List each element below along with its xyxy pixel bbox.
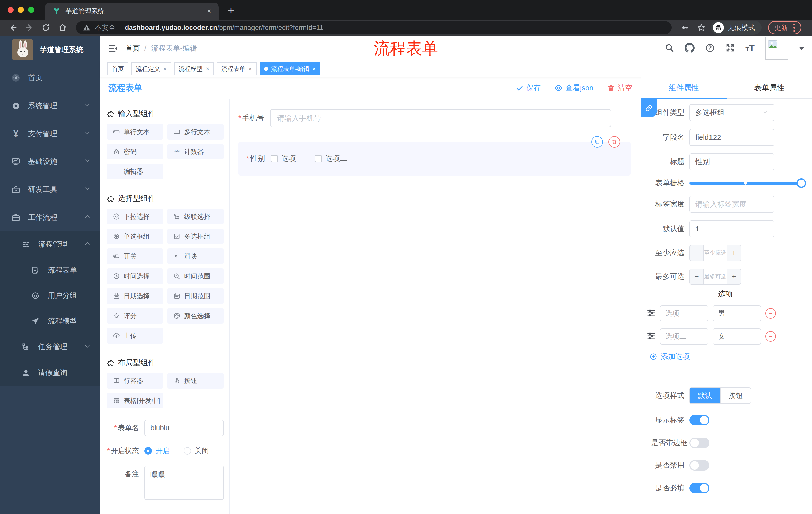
help-icon[interactable] bbox=[705, 43, 715, 54]
gender-option-2[interactable]: 选项二 bbox=[315, 154, 347, 164]
sidebar-item-devtools[interactable]: 研发工具 bbox=[0, 175, 100, 204]
sidebar-item-process-model[interactable]: 流程模型 bbox=[0, 308, 100, 334]
sidebar-item-process-form[interactable]: 流程表单 bbox=[0, 258, 100, 283]
window-controls[interactable] bbox=[0, 0, 45, 20]
doc-link-tag[interactable] bbox=[641, 99, 657, 117]
font-size-icon[interactable]: TT bbox=[746, 43, 755, 54]
increment-button[interactable]: + bbox=[727, 269, 741, 284]
component-time-range[interactable]: 时间范围 bbox=[167, 268, 224, 284]
sidebar-item-task-management[interactable]: 任务管理 bbox=[0, 334, 100, 360]
component-rate[interactable]: 评分 bbox=[107, 308, 163, 324]
disabled-toggle[interactable] bbox=[689, 460, 709, 471]
slider-handle[interactable] bbox=[797, 178, 806, 188]
tag-process-form[interactable]: 流程表单× bbox=[217, 62, 257, 76]
sidebar-collapse-icon[interactable] bbox=[107, 43, 119, 54]
tab-close-icon[interactable]: × bbox=[207, 7, 211, 15]
sidebar-item-process-management[interactable]: 流程管理 bbox=[0, 231, 100, 258]
add-option-button[interactable]: 添加选项 bbox=[650, 352, 812, 361]
style-button-button[interactable]: 按钮 bbox=[720, 388, 751, 403]
decrement-button[interactable]: − bbox=[690, 245, 704, 261]
tag-process-model[interactable]: 流程模型× bbox=[174, 62, 214, 76]
component-single-line-text[interactable]: 单行文本 bbox=[107, 124, 163, 140]
search-icon[interactable] bbox=[665, 43, 674, 54]
decrement-button[interactable]: − bbox=[690, 269, 704, 284]
title-input[interactable] bbox=[689, 154, 774, 170]
bookmark-star-icon[interactable] bbox=[694, 21, 709, 35]
tag-process-definition[interactable]: 流程定义× bbox=[132, 62, 171, 76]
checkbox-icon[interactable] bbox=[271, 155, 278, 162]
component-slider[interactable]: 滑块 bbox=[167, 248, 224, 264]
browser-update-button[interactable]: 更新 bbox=[768, 21, 802, 34]
remark-textarea[interactable]: 嘿嘿 bbox=[144, 466, 224, 500]
component-multi-line-text[interactable]: 多行文本 bbox=[167, 124, 224, 140]
tab-form-props[interactable]: 表单属性 bbox=[727, 77, 812, 98]
github-icon[interactable] bbox=[685, 43, 695, 54]
component-cascader[interactable]: 级联选择 bbox=[167, 209, 224, 224]
browser-tab[interactable]: 芋道管理系统 × bbox=[45, 2, 219, 20]
option-label-input[interactable] bbox=[660, 328, 708, 345]
close-window-button[interactable] bbox=[7, 7, 13, 13]
remove-option-button[interactable] bbox=[765, 308, 776, 319]
component-checkbox-group[interactable]: 多选框组 bbox=[167, 228, 224, 244]
back-icon[interactable] bbox=[5, 21, 20, 35]
status-radio-on[interactable]: 开启 bbox=[144, 446, 170, 456]
checkbox-icon[interactable] bbox=[315, 155, 322, 162]
sidebar-logo[interactable]: 芋道管理系统 bbox=[0, 36, 100, 64]
component-button[interactable]: 按钮 bbox=[167, 373, 224, 388]
copy-component-button[interactable] bbox=[591, 136, 603, 147]
sidebar-item-workflow[interactable]: 工作流程 bbox=[0, 204, 100, 231]
avatar[interactable] bbox=[765, 37, 788, 60]
option-value-input[interactable] bbox=[713, 305, 761, 321]
tag-close-icon[interactable]: × bbox=[206, 65, 209, 73]
gender-option-1[interactable]: 选项一 bbox=[271, 154, 303, 164]
update-label[interactable]: 更新 bbox=[774, 23, 788, 32]
component-radio-group[interactable]: 单选框组 bbox=[107, 228, 163, 244]
address-bar[interactable]: 不安全 dashboard.yudao.iocoder.cn/bpm/manag… bbox=[76, 21, 672, 34]
tab-component-props[interactable]: 组件属性 bbox=[641, 77, 727, 98]
component-upload[interactable]: 上传 bbox=[107, 328, 163, 344]
canvas-field-phone[interactable]: *手机号 bbox=[238, 109, 631, 127]
style-default-button[interactable]: 默认 bbox=[690, 388, 720, 403]
option-value-input[interactable] bbox=[713, 328, 761, 345]
breadcrumb-home[interactable]: 首页 bbox=[125, 43, 140, 53]
component-time-picker[interactable]: 时间选择 bbox=[107, 268, 163, 284]
component-password[interactable]: 密码 bbox=[107, 144, 163, 159]
browser-menu-icon[interactable] bbox=[793, 24, 795, 32]
component-select[interactable]: 下拉选择 bbox=[107, 209, 163, 224]
sidebar-item-system[interactable]: 系统管理 bbox=[0, 92, 100, 120]
component-editor[interactable]: 编辑器 bbox=[107, 164, 163, 179]
status-radio-off[interactable]: 关闭 bbox=[184, 446, 209, 456]
home-icon[interactable] bbox=[55, 21, 70, 35]
form-name-input[interactable] bbox=[144, 420, 224, 436]
component-switch[interactable]: 开关 bbox=[107, 248, 163, 264]
remove-option-button[interactable] bbox=[765, 331, 776, 342]
canvas-selected-component-gender[interactable]: *性别 选项一 选项二 bbox=[238, 142, 631, 175]
sidebar-item-payment[interactable]: ¥ 支付管理 bbox=[0, 120, 100, 147]
component-color-picker[interactable]: 颜色选择 bbox=[167, 308, 224, 324]
component-counter[interactable]: 123计数器 bbox=[167, 144, 224, 159]
label-width-input[interactable] bbox=[689, 196, 774, 213]
field-name-input[interactable] bbox=[689, 129, 774, 146]
clear-button[interactable]: 清空 bbox=[607, 83, 632, 93]
component-date-range[interactable]: 日期范围 bbox=[167, 288, 224, 304]
tag-close-icon[interactable]: × bbox=[249, 65, 252, 73]
new-tab-button[interactable]: + bbox=[228, 4, 234, 16]
minimize-window-button[interactable] bbox=[18, 7, 24, 13]
phone-input[interactable] bbox=[270, 109, 611, 127]
component-date-picker[interactable]: 日期选择 bbox=[107, 288, 163, 304]
sidebar-item-user-group[interactable]: 用户分组 bbox=[0, 283, 100, 308]
tag-close-icon[interactable]: × bbox=[163, 65, 167, 73]
min-select-value[interactable]: 至少应选 bbox=[704, 245, 727, 261]
form-canvas[interactable]: *手机号 *性别 选项一 选项二 bbox=[230, 99, 641, 514]
avatar-caret-icon[interactable] bbox=[799, 47, 805, 50]
default-value-input[interactable] bbox=[689, 220, 774, 237]
save-button[interactable]: 保存 bbox=[516, 83, 541, 93]
component-table-dev[interactable]: 表格[开发中] bbox=[107, 393, 163, 408]
show-label-toggle[interactable] bbox=[689, 415, 709, 426]
delete-component-button[interactable] bbox=[609, 136, 620, 147]
password-key-icon[interactable] bbox=[677, 21, 692, 35]
border-toggle[interactable] bbox=[689, 437, 709, 448]
drag-handle-icon[interactable] bbox=[647, 331, 656, 342]
view-json-button[interactable]: 查看json bbox=[554, 83, 593, 93]
sidebar-item-home[interactable]: 首页 bbox=[0, 64, 100, 92]
